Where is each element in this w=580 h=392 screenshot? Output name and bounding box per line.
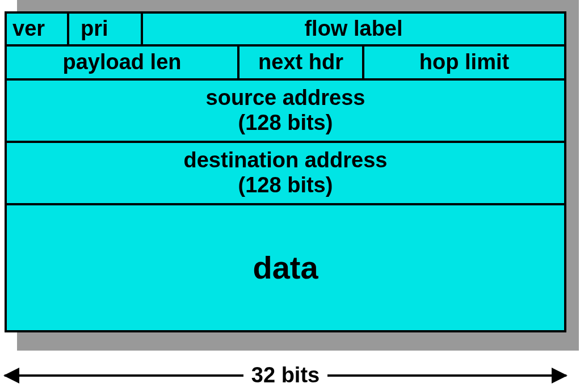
row-data: data — [7, 205, 564, 330]
field-flow-label: flow label — [143, 14, 564, 44]
field-payload-length-label: payload len — [62, 50, 181, 75]
width-label-text: 32 bits — [243, 363, 327, 387]
field-data-label: data — [253, 250, 318, 286]
field-next-header-label: next hdr — [258, 50, 343, 75]
field-hop-limit: hop limit — [364, 47, 564, 78]
field-data: data — [7, 205, 564, 330]
field-hop-limit-label: hop limit — [419, 50, 509, 75]
field-flow-label-text: flow label — [304, 16, 402, 41]
row-destination-address: destination address (128 bits) — [7, 143, 564, 205]
row-version-pri-flow: ver pri flow label — [7, 14, 564, 47]
header-table: ver pri flow label payload len next hdr … — [5, 11, 566, 332]
destination-address-line1: destination address — [184, 148, 388, 173]
field-next-header: next hdr — [239, 47, 364, 78]
ipv6-header-diagram: ver pri flow label payload len next hdr … — [0, 0, 580, 392]
destination-address-line2: (128 bits) — [238, 173, 333, 198]
arrow-right-icon — [327, 374, 566, 377]
row-source-address: source address (128 bits) — [7, 81, 564, 143]
field-version-label: ver — [12, 16, 45, 41]
field-destination-address: destination address (128 bits) — [7, 143, 564, 203]
source-address-line2: (128 bits) — [238, 111, 333, 136]
field-version: ver — [7, 14, 69, 44]
field-source-address: source address (128 bits) — [7, 81, 564, 141]
field-payload-length: payload len — [7, 47, 239, 78]
field-priority-label: pri — [81, 16, 108, 41]
field-priority: pri — [69, 14, 143, 44]
source-address-line1: source address — [206, 86, 365, 111]
width-indicator: 32 bits — [5, 363, 566, 387]
row-payload-next-hop: payload len next hdr hop limit — [7, 47, 564, 81]
arrow-left-icon — [5, 374, 243, 377]
